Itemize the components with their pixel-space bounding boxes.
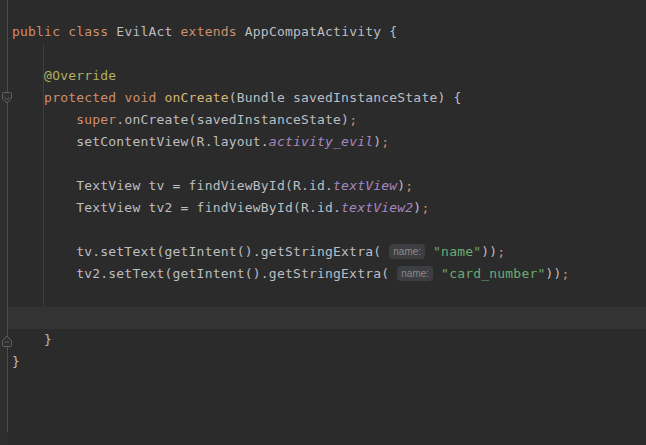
code-token: protected xyxy=(44,90,116,105)
code-line[interactable]: } xyxy=(8,351,646,373)
code-token: ; xyxy=(562,266,570,281)
code-token: ; xyxy=(349,112,357,127)
code-token xyxy=(157,90,165,105)
code-lines: public class EvilAct extends AppCompatAc… xyxy=(8,21,646,373)
code-line[interactable]: TextView tv = findViewById(R.id.textView… xyxy=(8,175,646,197)
code-token: tv.setText(getIntent().getStringExtra( xyxy=(12,244,389,259)
code-token: textView xyxy=(333,178,397,193)
code-token xyxy=(12,90,44,105)
code-token: (Bundle savedInstanceState) { xyxy=(229,90,462,105)
code-token xyxy=(12,112,76,127)
code-token: class xyxy=(68,24,108,39)
code-token: void xyxy=(124,90,156,105)
code-line[interactable]: super.onCreate(savedInstanceState); xyxy=(8,109,646,131)
code-token: )) xyxy=(545,266,561,281)
code-token: setContentView(R.layout. xyxy=(12,134,269,149)
fold-end-icon[interactable] xyxy=(1,333,13,348)
parameter-hint-badge: name: xyxy=(389,244,425,259)
code-line[interactable] xyxy=(8,153,646,175)
code-line[interactable]: TextView tv2 = findViewById(R.id.textVie… xyxy=(8,197,646,219)
code-token: ; xyxy=(421,200,429,215)
parameter-hint-badge: name: xyxy=(397,266,433,281)
code-line[interactable] xyxy=(8,219,646,241)
code-token xyxy=(425,244,433,259)
code-line[interactable]: public class EvilAct extends AppCompatAc… xyxy=(8,21,646,43)
code-token: "card_number" xyxy=(441,266,545,281)
code-line[interactable] xyxy=(8,43,646,65)
code-token: extends xyxy=(181,24,237,39)
code-token xyxy=(12,68,44,83)
code-token: } xyxy=(12,354,20,369)
code-token: textView2 xyxy=(341,200,413,215)
code-token: "name" xyxy=(433,244,481,259)
code-token: AppCompatActivity { xyxy=(237,24,398,39)
code-token: TextView tv2 = findViewById(R.id. xyxy=(12,200,341,215)
code-token xyxy=(60,24,68,39)
code-token: ; xyxy=(497,244,505,259)
code-token: tv2.setText(getIntent().getStringExtra( xyxy=(12,266,397,281)
code-token: .onCreate(savedInstanceState) xyxy=(116,112,349,127)
code-token: EvilAct xyxy=(108,24,180,39)
code-token: ; xyxy=(405,178,413,193)
code-line[interactable]: setContentView(R.layout.activity_evil); xyxy=(8,131,646,153)
code-token: ; xyxy=(381,134,389,149)
code-token: )) xyxy=(481,244,497,259)
code-line[interactable]: } xyxy=(8,329,646,351)
code-token: public xyxy=(12,24,60,39)
code-line[interactable]: tv.setText(getIntent().getStringExtra( n… xyxy=(8,241,646,263)
code-line[interactable]: protected void onCreate(Bundle savedInst… xyxy=(8,87,646,109)
code-token xyxy=(433,266,441,281)
code-token: TextView tv = findViewById(R.id. xyxy=(12,178,333,193)
code-token: activity_evil xyxy=(269,134,373,149)
code-token: super xyxy=(76,112,116,127)
code-line[interactable]: @Override xyxy=(8,65,646,87)
code-editor[interactable]: public class EvilAct extends AppCompatAc… xyxy=(0,0,646,445)
code-line[interactable] xyxy=(8,285,646,307)
code-line[interactable]: tv2.setText(getIntent().getStringExtra( … xyxy=(8,263,646,285)
code-token: } xyxy=(12,332,52,347)
fold-start-icon[interactable] xyxy=(1,91,13,106)
code-token: @Override xyxy=(44,68,116,83)
code-token: onCreate xyxy=(165,90,229,105)
code-line-current[interactable] xyxy=(8,307,646,329)
